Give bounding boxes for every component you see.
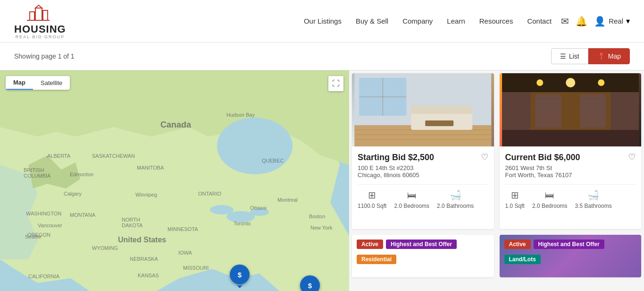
svg-rect-21 bbox=[425, 120, 453, 126]
bed-label-2: 2.0 Bedrooms bbox=[532, 203, 568, 209]
bid-amount-2: Current Bid $6,000 bbox=[505, 153, 580, 163]
logo-icon bbox=[26, 3, 54, 24]
nav-learn[interactable]: Learn bbox=[447, 17, 465, 25]
map-view-button[interactable]: 📍 Map bbox=[588, 48, 630, 64]
nav-our-listings[interactable]: Our Listings bbox=[304, 17, 342, 25]
user-menu[interactable]: 👤 Real ▾ bbox=[594, 16, 630, 27]
favorite-btn-2[interactable]: ♡ bbox=[628, 152, 636, 163]
list-label: List bbox=[569, 52, 579, 60]
svg-rect-3 bbox=[43, 10, 48, 20]
map-type-map[interactable]: Map bbox=[6, 76, 33, 90]
sub-badge-row-1: Residential bbox=[352, 254, 494, 269]
user-name: Real bbox=[609, 17, 623, 25]
map-canvas: Canada Hudson Bay United States ALBERTA … bbox=[0, 70, 349, 291]
listing-card-4: Active Highest and Best Offer Land/Lots bbox=[500, 235, 642, 277]
listing-img-1 bbox=[352, 73, 494, 146]
page-info: Showing page 1 of 1 bbox=[14, 52, 75, 60]
listings-panel: Starting Bid $2,500 ♡ 100 E 14th St #220… bbox=[349, 70, 644, 291]
map-type-toggle: Map Satellite bbox=[6, 76, 70, 90]
svg-marker-2 bbox=[35, 5, 42, 8]
svg-rect-1 bbox=[35, 8, 42, 20]
logo[interactable]: HOUSING REAL BID GROUP bbox=[14, 3, 66, 39]
listing-city-1: Chicago, Illinois 60605 bbox=[358, 171, 488, 179]
main-content: Canada Hudson Bay United States ALBERTA … bbox=[0, 70, 644, 291]
bottom-card-1-content: Active Highest and Best Offer Residentia… bbox=[352, 235, 494, 277]
listing-address-1: 100 E 14th St #2203 bbox=[358, 164, 488, 171]
dropdown-icon: ▾ bbox=[626, 17, 630, 26]
listing-body-1: Starting Bid $2,500 ♡ 100 E 14th St #220… bbox=[352, 146, 494, 215]
expand-icon: ⛶ bbox=[332, 79, 340, 88]
listing-card-1: Starting Bid $2,500 ♡ 100 E 14th St #220… bbox=[352, 73, 494, 229]
nav-company[interactable]: Company bbox=[402, 17, 433, 25]
map-area[interactable]: Canada Hudson Bay United States ALBERTA … bbox=[0, 70, 349, 291]
badge-row-2: Active Highest and Best Offer bbox=[500, 235, 642, 254]
listing-card-2: Current Bid $6,000 ♡ 2601 West 7th St Fo… bbox=[500, 73, 642, 229]
listing-address-2: 2601 West 7th St bbox=[505, 164, 636, 171]
bed-icon-2: 🛏 bbox=[545, 190, 554, 201]
active-badge-2: Active bbox=[504, 240, 531, 249]
type-badge-1: Residential bbox=[357, 255, 396, 264]
sqft-label-1: 1100.0 Sqft bbox=[358, 203, 386, 209]
hbo-badge-2: Highest and Best Offer bbox=[534, 240, 604, 249]
bed-stat-1: 🛏 2.0 Bedrooms bbox=[394, 190, 429, 209]
bed-stat-2: 🛏 2.0 Bedrooms bbox=[532, 190, 568, 209]
listing-img-2 bbox=[500, 73, 642, 146]
sqft-icon-2: ⊞ bbox=[511, 189, 519, 201]
active-badge-1: Active bbox=[357, 240, 383, 249]
bath-stat-2: 🛁 3.5 Bathrooms bbox=[575, 189, 612, 209]
bath-label-1: 2.0 Bathrooms bbox=[437, 203, 474, 209]
logo-sub: REAL BID GROUP bbox=[16, 34, 65, 39]
sqft-stat-2: ⊞ 1.0 Sqft bbox=[505, 189, 525, 209]
type-badge-2: Land/Lots bbox=[504, 255, 541, 264]
user-icon: 👤 bbox=[594, 16, 606, 27]
bottom-badges-2: Active Highest and Best Offer Land/Lots bbox=[500, 235, 642, 269]
listing-bid-1: Starting Bid $2,500 ♡ bbox=[358, 152, 488, 163]
sqft-stat-1: ⊞ 1100.0 Sqft bbox=[358, 189, 386, 209]
main-nav: Our Listings Buy & Sell Company Learn Re… bbox=[304, 17, 552, 25]
toolbar: Showing page 1 of 1 ☰ List 📍 Map bbox=[0, 43, 644, 70]
bed-label-1: 2.0 Bedrooms bbox=[394, 203, 429, 209]
bed-icon-1: 🛏 bbox=[407, 190, 417, 201]
listing-card-3: Active Highest and Best Offer Residentia… bbox=[352, 235, 494, 277]
header: HOUSING REAL BID GROUP Our Listings Buy … bbox=[0, 0, 644, 43]
map-icon: 📍 bbox=[597, 52, 605, 60]
favorite-btn-1[interactable]: ♡ bbox=[481, 152, 488, 163]
bell-icon[interactable]: 🔔 bbox=[576, 16, 587, 27]
svg-rect-0 bbox=[30, 12, 34, 20]
bid-amount-1: Starting Bid $2,500 bbox=[358, 153, 434, 163]
sqft-label-2: 1.0 Sqft bbox=[505, 203, 525, 209]
map-label: Map bbox=[608, 52, 621, 60]
svg-point-26 bbox=[598, 79, 604, 86]
list-icon: ☰ bbox=[560, 52, 566, 60]
nav-buy-sell[interactable]: Buy & Sell bbox=[356, 17, 388, 25]
svg-point-24 bbox=[566, 78, 575, 87]
listing-city-2: Fort Worth, Texas 76107 bbox=[505, 171, 636, 179]
map-expand-button[interactable]: ⛶ bbox=[328, 76, 343, 91]
badge-row-1: Active Highest and Best Offer bbox=[352, 235, 494, 254]
svg-rect-20 bbox=[411, 105, 472, 114]
nav-resources[interactable]: Resources bbox=[479, 17, 513, 25]
nav-contact[interactable]: Contact bbox=[527, 17, 552, 25]
sqft-icon-1: ⊞ bbox=[368, 189, 376, 201]
header-icons: ✉ 🔔 👤 Real ▾ bbox=[561, 16, 630, 27]
bath-stat-1: 🛁 2.0 Bathrooms bbox=[437, 189, 474, 209]
bath-icon-1: 🛁 bbox=[450, 189, 461, 201]
listing-stats-1: ⊞ 1100.0 Sqft 🛏 2.0 Bedrooms 🛁 2.0 Bathr… bbox=[358, 184, 488, 209]
bath-icon-2: 🛁 bbox=[587, 189, 599, 201]
svg-point-8 bbox=[250, 208, 269, 216]
hbo-badge-1: Highest and Best Offer bbox=[386, 240, 457, 249]
map-pin-1[interactable]: $ bbox=[230, 265, 250, 284]
list-view-button[interactable]: ☰ List bbox=[551, 48, 588, 64]
mail-icon[interactable]: ✉ bbox=[561, 16, 569, 27]
view-toggle: ☰ List 📍 Map bbox=[551, 48, 630, 64]
logo-text: HOUSING bbox=[14, 24, 66, 34]
sub-badge-row-2: Land/Lots bbox=[500, 254, 642, 269]
svg-point-6 bbox=[217, 118, 293, 174]
map-type-satellite[interactable]: Satellite bbox=[33, 76, 70, 90]
svg-rect-29 bbox=[502, 130, 639, 146]
bath-label-2: 3.5 Bathrooms bbox=[575, 203, 612, 209]
listing-body-2: Current Bid $6,000 ♡ 2601 West 7th St Fo… bbox=[500, 146, 642, 215]
svg-point-9 bbox=[210, 205, 234, 214]
listing-stats-2: ⊞ 1.0 Sqft 🛏 2.0 Bedrooms 🛁 3.5 Bathroom… bbox=[505, 184, 636, 209]
svg-point-25 bbox=[536, 79, 543, 86]
